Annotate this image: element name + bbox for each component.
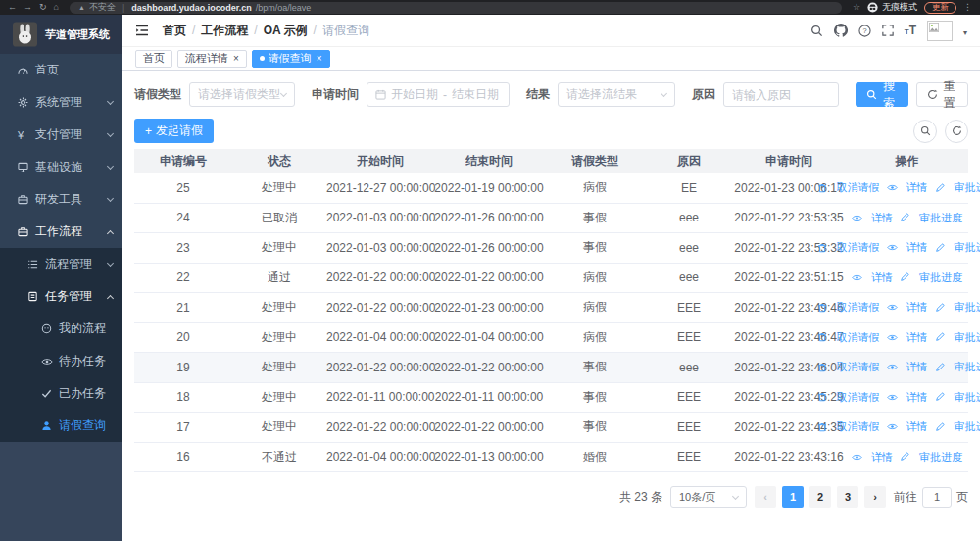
table-row[interactable]: 20处理中2022-01-04 00:00:002022-01-04 00:00… <box>134 323 968 354</box>
prev-page-button[interactable]: ‹ <box>755 486 776 508</box>
cell-status: 处理中 <box>232 179 326 196</box>
detail-action[interactable]: 详情 <box>887 330 928 345</box>
reset-button[interactable]: 重置 <box>916 82 969 107</box>
progress-action[interactable]: 审批进度 <box>935 390 980 405</box>
progress-action[interactable]: 审批进度 <box>935 300 980 315</box>
back-icon[interactable]: ← <box>8 3 17 12</box>
page-button[interactable]: 1 <box>782 486 804 508</box>
sidebar-item-payment[interactable]: ¥支付管理 <box>0 119 122 151</box>
github-icon[interactable] <box>834 24 848 37</box>
sidebar-item-done-tasks[interactable]: 已办任务 <box>0 377 122 410</box>
sidebar-item-home[interactable]: 首页 <box>0 54 122 86</box>
collapse-menu-icon[interactable] <box>135 24 149 37</box>
next-page-button[interactable]: › <box>864 486 886 508</box>
cancel-leave-action[interactable]: 取消请假 <box>817 390 880 405</box>
detail-action[interactable]: 详情 <box>852 270 893 285</box>
progress-action[interactable]: 审批进度 <box>900 450 962 465</box>
table-row[interactable]: 25处理中2021-12-27 00:00:002022-01-19 00:00… <box>134 173 968 204</box>
cancel-leave-action[interactable]: 取消请假 <box>817 330 880 345</box>
table-row[interactable]: 17处理中2022-01-22 00:00:002022-01-22 00:00… <box>134 413 968 443</box>
close-icon[interactable]: × <box>317 54 322 64</box>
page-button[interactable]: 2 <box>809 486 831 508</box>
cancel-leave-action[interactable]: 取消请假 <box>817 360 880 374</box>
progress-action[interactable]: 审批进度 <box>900 270 962 285</box>
sidebar-item-my-process[interactable]: 我的流程 <box>0 313 122 345</box>
progress-action[interactable]: 审批进度 <box>935 360 980 374</box>
detail-action[interactable]: 详情 <box>887 240 928 255</box>
sidebar-item-workflow[interactable]: 工作流程 <box>0 216 122 248</box>
action-label: 详情 <box>906 300 928 315</box>
sidebar-item-task-mgmt[interactable]: 任务管理 <box>0 280 122 313</box>
chevron-down-icon[interactable]: ▾ <box>963 28 967 37</box>
result-select[interactable]: 请选择流结果 <box>558 82 675 107</box>
bookmark-star-icon[interactable]: ☆ <box>853 3 860 12</box>
table-row[interactable]: 22通过2022-01-22 00:00:002022-01-22 00:00:… <box>134 264 968 294</box>
update-button[interactable]: 更新 <box>924 2 956 14</box>
delete-icon <box>817 332 835 342</box>
breadcrumb-item[interactable]: OA 示例 <box>264 23 308 39</box>
table-row[interactable]: 16不通过2022-01-04 00:00:002022-01-13 00:00… <box>134 443 968 473</box>
font-size-icon[interactable]: TT <box>905 24 916 37</box>
goto-page-input[interactable] <box>922 487 952 508</box>
cancel-leave-action[interactable]: 取消请假 <box>817 180 880 195</box>
detail-action[interactable]: 详情 <box>887 300 928 315</box>
sidebar-item-system[interactable]: 系统管理 <box>0 86 122 119</box>
progress-action[interactable]: 审批进度 <box>935 180 980 195</box>
detail-action[interactable]: 详情 <box>887 360 928 374</box>
pager: ‹123› <box>755 486 886 508</box>
tab-leave-query[interactable]: 请假查询× <box>252 50 330 68</box>
cancel-leave-action[interactable]: 取消请假 <box>817 300 880 315</box>
sidebar-item-leave-query[interactable]: 请假查询 <box>0 410 122 442</box>
table-row[interactable]: 23处理中2022-01-03 00:00:002022-01-26 00:00… <box>134 233 968 264</box>
close-icon[interactable]: × <box>233 54 239 64</box>
detail-action[interactable]: 详情 <box>852 450 893 465</box>
avatar[interactable] <box>927 21 953 41</box>
forward-icon[interactable]: → <box>24 3 32 12</box>
table-refresh-icon[interactable] <box>945 120 968 143</box>
detail-action[interactable]: 详情 <box>887 390 928 405</box>
browser-menu-icon[interactable]: ⋮ <box>963 3 972 12</box>
table-row[interactable]: 19处理中2022-01-22 00:00:002022-01-22 00:00… <box>134 353 968 383</box>
detail-action[interactable]: 详情 <box>887 419 928 434</box>
tab-home[interactable]: 首页 <box>135 50 172 68</box>
calendar-icon <box>375 89 386 100</box>
detail-action[interactable]: 详情 <box>887 180 928 195</box>
help-icon[interactable]: ? <box>858 25 871 37</box>
sidebar-item-infra[interactable]: 基础设施 <box>0 151 122 183</box>
sidebar-item-devtools[interactable]: 研发工具 <box>0 183 122 216</box>
sidebar-item-label: 系统管理 <box>35 94 108 111</box>
cell-status: 处理中 <box>232 418 326 435</box>
fullscreen-icon[interactable] <box>882 25 894 36</box>
tab-process-detail[interactable]: 流程详情× <box>177 50 247 68</box>
cancel-leave-action[interactable]: 取消请假 <box>817 419 880 434</box>
progress-action[interactable]: 审批进度 <box>935 419 980 434</box>
progress-action[interactable]: 审批进度 <box>900 211 962 225</box>
incognito-indicator: 无痕模式 <box>867 1 917 14</box>
page-button[interactable]: 3 <box>837 486 858 508</box>
sidebar-item-process-mgmt[interactable]: 流程管理 <box>0 248 122 280</box>
progress-action[interactable]: 审批进度 <box>935 240 980 255</box>
cancel-leave-action[interactable]: 取消请假 <box>817 240 880 255</box>
breadcrumb-item[interactable]: 首页 <box>163 23 186 39</box>
search-button[interactable]: 搜索 <box>856 82 908 107</box>
app-logo-row[interactable]: 芋道管理系统 <box>0 15 122 54</box>
page-size-select[interactable]: 10条/页 <box>670 486 747 508</box>
table-search-toggle-icon[interactable] <box>913 120 937 143</box>
sidebar-item-todo-tasks[interactable]: 待办任务 <box>0 345 122 377</box>
leave-type-select[interactable]: 请选择请假类型 <box>189 82 295 107</box>
reason-label: 原因 <box>692 86 715 103</box>
date-range-input[interactable]: 开始日期 - 结束日期 <box>367 82 510 107</box>
progress-action[interactable]: 审批进度 <box>935 330 980 345</box>
reload-icon[interactable]: ↻ <box>39 3 47 12</box>
breadcrumb-item[interactable]: 工作流程 <box>201 23 248 39</box>
action-label: 审批进度 <box>955 419 980 434</box>
detail-action[interactable]: 详情 <box>852 211 893 225</box>
table-row[interactable]: 24已取消2022-01-03 00:00:002022-01-26 00:00… <box>134 204 968 234</box>
search-icon[interactable] <box>810 25 823 37</box>
create-leave-button[interactable]: + 发起请假 <box>134 119 214 143</box>
table-row[interactable]: 18处理中2022-01-11 00:00:002022-01-11 00:00… <box>134 383 968 414</box>
address-bar[interactable]: ▲ 不安全 | dashboard.yudao.iocoder.cn/bpm/o… <box>70 2 842 14</box>
table-row[interactable]: 21处理中2022-01-22 00:00:002022-01-23 00:00… <box>134 293 968 323</box>
reason-input[interactable] <box>732 88 830 102</box>
home-icon[interactable]: ⌂ <box>54 3 59 12</box>
